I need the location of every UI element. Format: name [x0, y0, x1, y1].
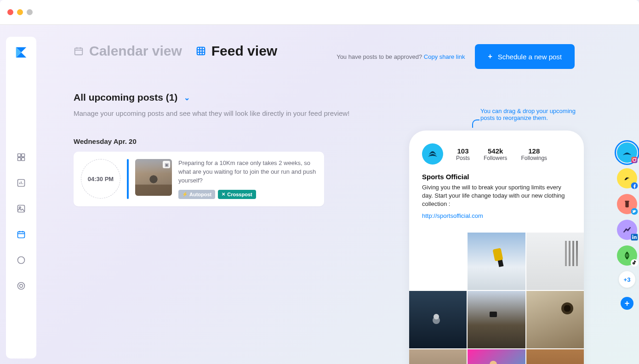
- feed-preview-phone: 103 Posts 542k Followers 128 Followings …: [409, 131, 584, 364]
- post-tags: ⚡Autopost ✕Crosspost: [178, 190, 317, 199]
- nav-scheduler-icon[interactable]: [16, 229, 27, 240]
- svg-rect-5: [18, 205, 25, 212]
- account-tiktok[interactable]: [617, 245, 637, 266]
- shuffle-icon: ✕: [222, 192, 225, 197]
- svg-rect-12: [197, 47, 205, 55]
- svg-point-22: [632, 235, 633, 236]
- svg-rect-13: [631, 157, 637, 163]
- profile-bio: Giving you the will to break your sporti…: [422, 183, 571, 209]
- post-text: Preparing for a 10Km race only takes 2 w…: [178, 159, 317, 185]
- stat-followers: 542k Followers: [484, 147, 507, 161]
- account-twitter[interactable]: [617, 194, 637, 214]
- profile-avatar: [422, 143, 443, 165]
- profile-name: Sports Official: [422, 173, 571, 181]
- stat-posts: 103 Posts: [456, 147, 470, 161]
- post-body: Preparing for a 10Km race only takes 2 w…: [178, 159, 317, 199]
- svg-rect-3: [22, 158, 25, 161]
- upcoming-posts-dropdown[interactable]: All upcoming posts (1) ⌄: [74, 92, 575, 103]
- tab-calendar-label: Calendar view: [89, 43, 182, 59]
- section-title-label: All upcoming posts (1): [74, 92, 177, 103]
- tab-calendar-view[interactable]: Calendar view: [74, 43, 182, 59]
- svg-point-15: [636, 158, 637, 159]
- post-time-pill: 04:30 PM: [81, 159, 120, 199]
- chevron-down-icon: ⌄: [184, 93, 190, 102]
- schedule-new-post-button[interactable]: + Schedule a new post: [475, 44, 575, 69]
- drag-drop-hint: You can drag & drop your upcoming posts …: [480, 108, 576, 121]
- facebook-badge-icon: [631, 182, 638, 189]
- account-facebook[interactable]: [617, 168, 637, 188]
- nav-analytics-icon[interactable]: [16, 177, 27, 188]
- feed-cell[interactable]: [526, 291, 584, 348]
- window-titlebar: [0, 0, 639, 25]
- twitter-badge-icon: [631, 208, 638, 215]
- more-accounts-button[interactable]: +3: [619, 271, 635, 288]
- svg-point-6: [19, 207, 21, 208]
- profile-link[interactable]: http://sportsofficial.com: [422, 212, 483, 219]
- linkedin-badge-icon: [631, 233, 638, 241]
- instagram-badge-icon: [631, 156, 638, 164]
- svg-rect-18: [625, 201, 629, 202]
- feed-cell[interactable]: [526, 233, 584, 290]
- svg-rect-11: [75, 48, 83, 55]
- svg-point-9: [18, 283, 25, 290]
- copy-share-link[interactable]: Copy share link: [424, 53, 465, 60]
- svg-rect-0: [18, 154, 21, 157]
- tab-feed-label: Feed view: [211, 43, 277, 59]
- carousel-icon: ▣: [163, 161, 170, 168]
- profile-stats: 103 Posts 542k Followers 128 Followings: [456, 147, 547, 161]
- feed-grid: [409, 233, 584, 364]
- plus-icon: +: [488, 52, 492, 61]
- sidebar: [6, 37, 36, 358]
- tab-feed-view[interactable]: Feed view: [196, 43, 277, 59]
- tag-crosspost: ✕Crosspost: [218, 190, 256, 199]
- header-actions: You have posts to be approved? Copy shar…: [337, 44, 575, 69]
- approve-text: You have posts to be approved?: [337, 53, 424, 60]
- add-account-button[interactable]: +: [621, 297, 633, 310]
- svg-point-10: [20, 284, 23, 288]
- feed-cell[interactable]: [409, 291, 467, 348]
- main-content: Calendar view Feed view You have posts t…: [74, 43, 575, 364]
- feed-cell[interactable]: [468, 349, 525, 364]
- nav-settings-icon[interactable]: [16, 280, 27, 291]
- stat-followings: 128 Followings: [521, 147, 547, 161]
- feed-cell[interactable]: [468, 233, 525, 290]
- post-thumbnail: ▣: [135, 159, 172, 196]
- post-accent-bar: [127, 159, 129, 199]
- app-logo[interactable]: [14, 45, 29, 60]
- feed-cell[interactable]: [409, 349, 467, 364]
- svg-rect-21: [632, 236, 633, 239]
- account-switcher: +3 +: [617, 142, 637, 310]
- svg-rect-2: [18, 158, 21, 161]
- schedule-button-label: Schedule a new post: [498, 53, 562, 61]
- account-linkedin[interactable]: [617, 220, 637, 240]
- svg-rect-17: [625, 202, 628, 208]
- scheduled-post-card[interactable]: 04:30 PM ▣ Preparing for a 10Km race onl…: [74, 152, 324, 206]
- nav-dashboard-icon[interactable]: [16, 152, 27, 163]
- feed-cell[interactable]: [468, 291, 525, 348]
- tiktok-badge-icon: [631, 259, 638, 267]
- nav-media-icon[interactable]: [16, 203, 27, 214]
- minimize-window-icon[interactable]: [17, 9, 23, 15]
- svg-rect-7: [18, 232, 25, 238]
- approve-prompt: You have posts to be approved? Copy shar…: [337, 53, 465, 60]
- profile-header: 103 Posts 542k Followers 128 Followings: [422, 143, 571, 165]
- account-instagram[interactable]: [617, 142, 637, 163]
- feed-cell[interactable]: [526, 349, 584, 364]
- close-window-icon[interactable]: [7, 9, 13, 15]
- bolt-icon: ⚡: [182, 192, 188, 197]
- curve-arrow-icon: [472, 119, 479, 128]
- nav-chat-icon[interactable]: [16, 255, 27, 266]
- svg-rect-1: [22, 154, 25, 157]
- tag-autopost: ⚡Autopost: [178, 190, 215, 199]
- maximize-window-icon[interactable]: [27, 9, 33, 15]
